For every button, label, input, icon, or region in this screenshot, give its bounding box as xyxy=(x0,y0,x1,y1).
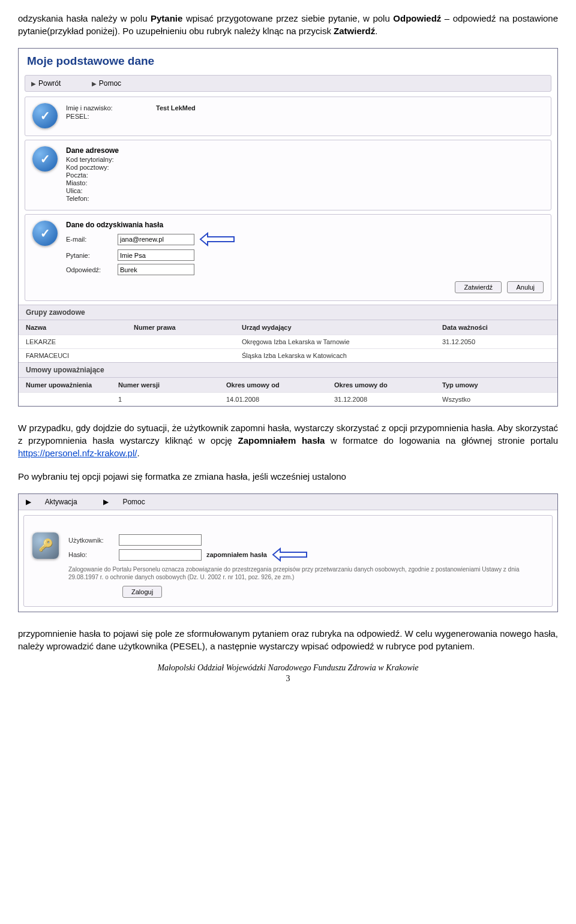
arrow-callout-icon xyxy=(272,547,308,562)
check-icon xyxy=(32,103,58,128)
triangle-icon: ▶ xyxy=(103,498,109,506)
email-input[interactable] xyxy=(118,234,194,245)
col: Typ umowy xyxy=(442,381,550,389)
triangle-icon: ▶ xyxy=(26,498,31,506)
user-label: Użytkownik: xyxy=(68,537,119,544)
address-title: Dane adresowe xyxy=(66,146,544,155)
question-input[interactable] xyxy=(118,249,194,261)
activate-link[interactable]: ▶ Aktywacja xyxy=(26,498,89,506)
cell xyxy=(134,338,242,345)
help-link[interactable]: ▶ Pomoc xyxy=(103,498,157,506)
col: Numer wersji xyxy=(118,381,226,389)
col-office: Urząd wydający xyxy=(242,324,442,331)
addr-field: Miasto: xyxy=(66,179,544,186)
page-number: 3 xyxy=(18,674,558,684)
login-panel: ▶ Aktywacja ▶ Pomoc Użytkownik: Hasło: z… xyxy=(18,493,558,612)
cell: Okręgowa Izba Lekarska w Tarnowie xyxy=(242,338,442,345)
groups-header: Nazwa Numer prawa Urząd wydający Data wa… xyxy=(19,320,557,335)
name-label: Imię i nazwisko: xyxy=(66,104,126,112)
table-row: LEKARZE Okręgowa Izba Lekarska w Tarnowi… xyxy=(19,335,557,348)
col-name: Nazwa xyxy=(26,324,134,331)
password-input[interactable] xyxy=(119,549,202,561)
triangle-icon: ▶ xyxy=(92,80,97,87)
portal-link[interactable]: https://personel.nfz-krakow.pl/ xyxy=(18,448,137,458)
cell: Śląska Izba Lekarska w Katowicach xyxy=(242,352,442,359)
footer-text: Małopolski Oddział Wojewódzki Narodowego… xyxy=(18,663,558,673)
identity-card: Imię i nazwisko: Test LekMed PESEL: xyxy=(25,97,551,136)
addr-field: Ulica: xyxy=(66,187,544,194)
arrow-callout-icon xyxy=(199,232,235,246)
addr-field: Telefon: xyxy=(66,195,544,202)
address-card: Dane adresowe Kod terytorialny: Kod pocz… xyxy=(25,140,551,210)
cell xyxy=(134,352,242,359)
cell: FARMACEUCI xyxy=(26,352,134,359)
key-icon xyxy=(32,532,59,559)
recovery-title: Dane do odzyskiwania hasła xyxy=(66,221,544,229)
forgot-password-link[interactable]: zapomniałem hasła xyxy=(206,551,267,558)
table-row: 1 14.01.2008 31.12.2008 Wszystko xyxy=(19,392,557,406)
cell: 31.12.2008 xyxy=(334,396,442,403)
login-toolbar: ▶ Aktywacja ▶ Pomoc xyxy=(19,494,557,510)
panel-toolbar: ▶Powrót ▶Pomoc xyxy=(25,75,551,92)
col: Numer upoważnienia xyxy=(26,381,118,389)
legal-text: Zalogowanie do Portalu Personelu oznacza… xyxy=(68,565,544,581)
cancel-button[interactable]: Anuluj xyxy=(507,281,544,293)
check-icon xyxy=(32,221,58,246)
cell xyxy=(26,396,118,403)
answer-label: Odpowiedź: xyxy=(66,266,118,273)
name-value: Test LekMed xyxy=(156,104,196,112)
mid-paragraph: W przypadku, gdy dojdzie do sytuacji, że… xyxy=(18,422,558,459)
contracts-header: Numer upoważnienia Numer wersji Okres um… xyxy=(19,378,557,392)
table-row: FARMACEUCI Śląska Izba Lekarska w Katowi… xyxy=(19,348,557,362)
pass-label: Hasło: xyxy=(68,551,119,558)
groups-section: Grupy zawodowe xyxy=(19,305,557,320)
intro-paragraph: odzyskania hasła należy w polu Pytanie w… xyxy=(18,12,558,37)
addr-field: Poczta: xyxy=(66,171,544,179)
triangle-icon: ▶ xyxy=(31,80,36,87)
answer-input[interactable] xyxy=(118,264,194,275)
cell: 14.01.2008 xyxy=(226,396,334,403)
basic-data-panel: Moje podstawowe dane ▶Powrót ▶Pomoc Imię… xyxy=(18,48,558,407)
col: Okres umowy do xyxy=(334,381,442,389)
login-button[interactable]: Zaloguj xyxy=(122,586,162,598)
cell: 1 xyxy=(118,396,226,403)
cell: 31.12.2050 xyxy=(442,338,550,345)
cell: Wszystko xyxy=(442,396,550,403)
question-label: Pytanie: xyxy=(66,252,118,259)
username-input[interactable] xyxy=(119,534,202,546)
col-date: Data ważności xyxy=(442,324,550,331)
addr-field: Kod terytorialny: xyxy=(66,156,544,163)
back-link[interactable]: ▶Powrót xyxy=(31,79,75,88)
col: Okres umowy od xyxy=(226,381,334,389)
help-link[interactable]: ▶Pomoc xyxy=(92,79,136,88)
check-icon xyxy=(32,146,58,171)
confirm-button[interactable]: Zatwierdź xyxy=(455,281,502,293)
mid-paragraph-2: Po wybraniu tej opcji pojawi się formatk… xyxy=(18,470,558,483)
addr-field: Kod pocztowy: xyxy=(66,164,544,171)
contracts-section: Umowy upoważniające xyxy=(19,362,557,378)
panel-title: Moje podstawowe dane xyxy=(19,49,557,71)
end-paragraph: przypomnienie hasła to pojawi się pole z… xyxy=(18,627,558,652)
cell xyxy=(442,352,550,359)
recovery-card: Dane do odzyskiwania hasła E-mail: Pytan… xyxy=(25,214,551,301)
cell: LEKARZE xyxy=(26,338,134,345)
col-num: Numer prawa xyxy=(134,324,242,331)
email-label: E-mail: xyxy=(66,236,118,243)
pesel-label: PESEL: xyxy=(66,113,126,120)
